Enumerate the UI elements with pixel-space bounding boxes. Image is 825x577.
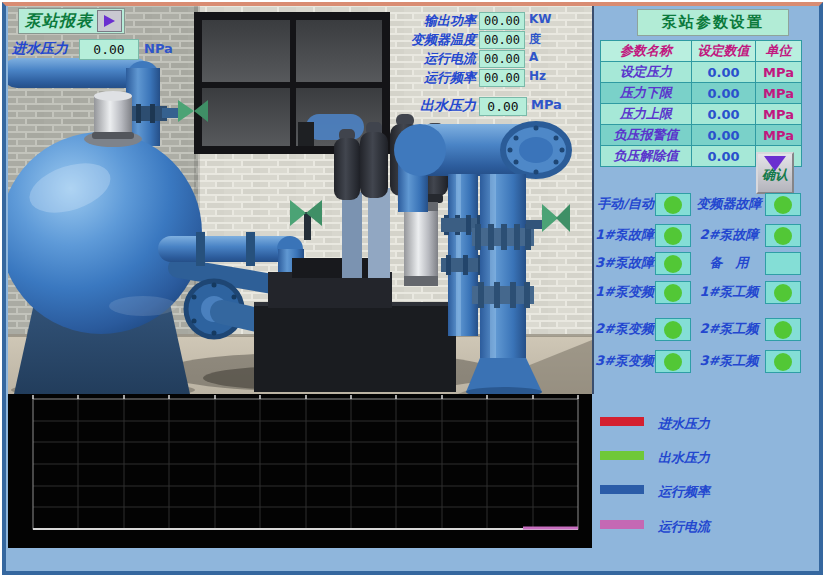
param-value-field[interactable]: 0.00	[692, 125, 756, 146]
running-current-label: 运行电流	[378, 50, 476, 68]
table-row: 设定压力 0.00 MPa	[601, 62, 802, 83]
param-name: 负压解除值	[601, 146, 692, 167]
status-lamp-box	[655, 193, 691, 216]
trend-chart-grid	[8, 394, 592, 548]
col-param-name: 参数名称	[601, 41, 692, 62]
vfd-temperature-label: 变频器温度	[378, 31, 476, 49]
status-row: 手动/自动 变频器故障	[594, 193, 819, 217]
status-label-pump1-vfd: 1#泵变频	[594, 283, 654, 301]
settings-title: 泵站参数设置	[637, 9, 789, 36]
status-lamp-box	[765, 281, 801, 304]
status-lamp	[774, 227, 792, 245]
gridlines	[33, 399, 578, 529]
col-set-value: 设定数值	[692, 41, 756, 62]
param-value-field[interactable]: 0.00	[692, 146, 756, 167]
param-value-field[interactable]: 0.00	[692, 104, 756, 125]
vfd-temperature-value: 00.00	[479, 31, 525, 49]
status-lamp-box	[765, 193, 801, 216]
pump-station-hmi: 泵站报表 进水压力 0.00 NPa 输出功率 00.00 KW 变频器温度 0…	[0, 0, 825, 577]
confirm-button-label: 确认	[762, 166, 788, 184]
outlet-pressure-unit: MPa	[531, 97, 562, 112]
status-label-spare: 备 用	[694, 254, 764, 272]
param-name: 负压报警值	[601, 125, 692, 146]
status-lamp	[664, 284, 682, 302]
status-label-pump1-mains: 1#泵工频	[694, 283, 764, 301]
chrome-pump-body	[404, 202, 438, 286]
status-lamp-box	[655, 224, 691, 247]
status-lamp-box	[765, 252, 801, 275]
status-lamp-box	[655, 318, 691, 341]
table-row: 压力下限 0.00 MPa	[601, 83, 802, 104]
status-lamp	[774, 284, 792, 302]
status-lamp-box	[765, 350, 801, 373]
status-row: 3#泵变频 3#泵工频	[594, 350, 819, 374]
confirm-button[interactable]: 确认	[756, 152, 794, 194]
status-label-vfd-fault: 变频器故障	[694, 195, 764, 213]
output-power-value: 00.00	[479, 12, 525, 30]
legend-swatch-outlet	[600, 451, 644, 460]
table-header-row: 参数名称 设定数值 单位	[601, 41, 802, 62]
output-power-unit: KW	[529, 12, 552, 26]
pump-station-3d-scene: 泵站报表 进水压力 0.00 NPa 输出功率 00.00 KW 变频器温度 0…	[8, 6, 592, 394]
legend-label-outlet: 出水压力	[658, 449, 710, 467]
status-lamp	[774, 196, 792, 214]
status-label-pump3-mains: 3#泵工频	[694, 352, 764, 370]
status-label-pump1-fault: 1#泵故障	[594, 226, 654, 244]
status-row: 2#泵变频 2#泵工频	[594, 318, 819, 342]
running-frequency-value: 00.00	[479, 69, 525, 87]
legend-swatch-inlet	[600, 417, 644, 426]
param-unit: MPa	[756, 125, 802, 146]
status-lamp	[774, 255, 792, 273]
param-value-field[interactable]: 0.00	[692, 62, 756, 83]
outlet-pressure-value: 0.00	[479, 97, 527, 116]
legend-swatch-current	[600, 520, 644, 529]
status-lamp	[664, 353, 682, 371]
status-lamp-box	[655, 350, 691, 373]
trend-chart	[8, 394, 592, 548]
status-label-pump2-mains: 2#泵工频	[694, 320, 764, 338]
param-value-field[interactable]: 0.00	[692, 83, 756, 104]
status-row: 3#泵故障 备 用	[594, 252, 819, 276]
status-lamp-box	[655, 281, 691, 304]
status-label-pump3-fault: 3#泵故障	[594, 254, 654, 272]
outlet-pressure-label: 出水压力	[378, 97, 476, 115]
vfd-temperature-unit: 度	[529, 31, 541, 48]
col-unit: 单位	[756, 41, 802, 62]
metric-row: 运行电流 00.00 A	[8, 50, 592, 68]
status-label-pump2-fault: 2#泵故障	[694, 226, 764, 244]
param-unit: MPa	[756, 104, 802, 125]
status-label-manual-auto: 手动/自动	[594, 195, 654, 213]
status-row: 1#泵故障 2#泵故障	[594, 224, 819, 248]
metric-row: 输出功率 00.00 KW	[8, 12, 592, 30]
status-lamp-box	[765, 224, 801, 247]
status-lamp	[774, 321, 792, 339]
param-name: 压力上限	[601, 104, 692, 125]
legend-label-frequency: 运行频率	[658, 483, 710, 501]
output-power-label: 输出功率	[378, 12, 476, 30]
hmi-shell: 泵站报表 进水压力 0.00 NPa 输出功率 00.00 KW 变频器温度 0…	[2, 2, 823, 575]
metric-row: 运行频率 00.00 Hz	[8, 69, 592, 87]
parameters-table: 参数名称 设定数值 单位 设定压力 0.00 MPa 压力下限 0.00 MPa	[600, 40, 802, 167]
running-frequency-label: 运行频率	[378, 69, 476, 87]
legend-label-inlet: 进水压力	[658, 415, 710, 433]
axis-ticks	[33, 395, 578, 399]
status-lamp	[664, 196, 682, 214]
settings-panel: 泵站参数设置 参数名称 设定数值 单位 设定压力 0.00 MPa	[594, 6, 819, 571]
status-label-pump2-vfd: 2#泵变频	[594, 320, 654, 338]
table-row: 压力上限 0.00 MPa	[601, 104, 802, 125]
status-lamp	[664, 227, 682, 245]
running-current-unit: A	[529, 50, 538, 64]
status-row: 1#泵变频 1#泵工频	[594, 281, 819, 305]
status-label-pump3-vfd: 3#泵变频	[594, 352, 654, 370]
legend-swatch-frequency	[600, 485, 644, 494]
table-row: 负压报警值 0.00 MPa	[601, 125, 802, 146]
status-lamp	[664, 255, 682, 273]
status-lamp	[664, 321, 682, 339]
status-lamp-box	[765, 318, 801, 341]
metric-row: 出水压力 0.00 MPa	[8, 97, 592, 115]
legend-label-current: 运行电流	[658, 518, 710, 536]
tank-reflection	[306, 114, 364, 140]
running-current-value: 00.00	[479, 50, 525, 68]
param-unit: MPa	[756, 83, 802, 104]
status-lamp-box	[655, 252, 691, 275]
